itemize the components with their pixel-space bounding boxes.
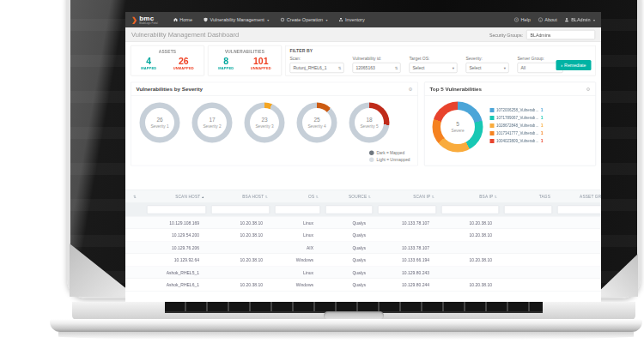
severity-3-value: 23 (261, 117, 267, 123)
table-row[interactable]: Ashok_RHEL6_1 10.20.38.10 Windows Qualys… (125, 279, 601, 292)
nav-about-label: About (544, 17, 556, 22)
scan-label: Scan: (290, 57, 344, 62)
inventory-icon (339, 18, 343, 22)
legend-label: 1071789067_Vulnerab... (496, 116, 538, 120)
nav-user-menu[interactable]: BLAdmin (565, 17, 595, 22)
legend-count: 1 (541, 108, 544, 113)
nav-home-label: Home (179, 17, 192, 22)
legend-label: 1072006258_Vulnerab... (496, 108, 538, 112)
legend-swatch (490, 131, 495, 135)
col-tags[interactable]: TAGS (501, 194, 555, 199)
severity-5-donut: 18 Severity 5 (349, 103, 390, 143)
table-header-row: ⇅ SCAN HOST BSA HOST OS SOURCE SCAN IP B… (125, 190, 601, 203)
vuln-unmapped-label: UNMAPPED (251, 66, 271, 70)
source-filter-input[interactable] (325, 205, 373, 214)
bsa-ip-filter-input[interactable] (441, 205, 499, 214)
nav-help[interactable]: ? Help (514, 17, 531, 22)
col-bsa-host[interactable]: BSA HOST (209, 194, 272, 199)
bmc-logo-icon: ❯ (131, 16, 137, 23)
top5-legend-item[interactable]: 1004023809_Vulnerab... 1 (490, 139, 544, 144)
top5-legend-item[interactable]: 1017341777_Vulnerab... 1 (490, 131, 544, 136)
nav-home[interactable]: Home (173, 17, 192, 22)
severity-4-donut: 25 Severity 4 (297, 103, 337, 143)
laptop-screen: ❯ bmc BladeLogic Portal Home Vulnerabili… (125, 12, 601, 302)
info-icon: i (538, 18, 543, 22)
severity-label: Severity: (466, 57, 509, 62)
assets-title: ASSETS (133, 49, 203, 54)
legend-count: 1 (541, 131, 544, 136)
nav-about[interactable]: i About (538, 17, 557, 22)
unmapped-legend-dot (369, 158, 374, 163)
top5-center-value: 5 (456, 121, 459, 128)
legend-swatch (490, 123, 495, 128)
page-title: Vulnerability Management Dashboard (131, 31, 239, 39)
table-row[interactable]: Ashok_RHEL5_1 Linux Qualys 10.129.80.243 (125, 267, 601, 280)
bmc-logo-subtext: BladeLogic Portal (139, 22, 158, 25)
table-row[interactable]: 10.129.76.206 AIX Qualys 10.133.78.107 (125, 242, 601, 255)
table-filter-row (125, 203, 601, 217)
nav-create-operation[interactable]: Create Operation (280, 17, 327, 22)
top5-legend-item[interactable]: 1071789067_Vulnerab... 1 (490, 116, 544, 121)
vulnerability-id-label: Vulnerability id: (353, 57, 401, 62)
row-sort-icons[interactable]: ⇅ (125, 195, 144, 199)
legend-label: 1028672848_Vulnerab... (496, 123, 538, 128)
top5-legend-item[interactable]: 1028672848_Vulnerab... 1 (490, 123, 544, 129)
legend-label: 1017341777_Vulnerab... (496, 131, 538, 135)
assets-stat-box: ASSETS 4 MAPPED 26 UNMAPPED (131, 45, 204, 76)
top5-legend: 1072006258_Vulnerab... 1 1071789067_Vuln… (490, 108, 544, 153)
severity-3-label: Severity 3 (255, 124, 273, 129)
home-icon (173, 18, 178, 22)
severity-4-label: Severity 4 (307, 124, 325, 129)
table-row[interactable]: 10.129.92.64 10.20.38.10 Windows Qualys … (125, 254, 601, 267)
security-groups-label: Security Groups: (489, 32, 523, 37)
nav-vulnerability-management[interactable]: Vulnerability Management (204, 17, 269, 22)
bsa-host-filter-input[interactable] (211, 205, 270, 214)
col-bsa-ip[interactable]: BSA IP (439, 194, 501, 199)
remediate-button[interactable]: Remediate (556, 60, 591, 70)
col-scan-ip[interactable]: SCAN IP (375, 194, 439, 199)
col-os[interactable]: OS (272, 194, 323, 199)
vuln-mapped-value: 8 (218, 57, 234, 67)
severity-2-donut: 17 Severity 2 (192, 103, 233, 143)
col-scan-host[interactable]: SCAN HOST (144, 194, 209, 199)
scan-select[interactable]: Rutunj_RHEL6_1 (290, 63, 344, 73)
vulnerability-id-select[interactable]: 12065163 (353, 63, 401, 73)
os-filter-input[interactable] (275, 205, 320, 214)
legend-swatch (490, 108, 495, 112)
legend-count: 1 (541, 123, 544, 129)
table-row[interactable]: 10.129.54.200 10.20.38.10 Linux Qualys 1… (125, 229, 601, 242)
severity-3-donut: 23 Severity 3 (245, 103, 285, 143)
help-icon: ? (514, 18, 519, 22)
table-row[interactable]: 10.129.108.169 10.20.38.10 Linux Qualys … (125, 217, 601, 230)
vuln-unmapped-value: 101 (251, 57, 271, 67)
laptop-base (50, 319, 642, 332)
security-groups-select[interactable]: BLAdmins (526, 30, 595, 39)
severity-5-value: 18 (366, 117, 372, 123)
scan-host-filter-input[interactable] (147, 205, 206, 214)
tags-filter-input[interactable] (504, 205, 552, 214)
nav-vm-label: Vulnerability Management (210, 17, 264, 22)
mapped-legend-label: Dark = Mapped (377, 151, 405, 156)
severity-panel-gear-icon[interactable]: ⚙ (409, 86, 413, 92)
col-asset-group[interactable]: ASSET GROUP (555, 194, 601, 199)
filter-panel: FILTER BY Scan: Rutunj_RHEL6_1 Vulnerabi… (285, 45, 596, 76)
top5-legend-item[interactable]: 1072006258_Vulnerab... 1 (490, 108, 544, 113)
laptop-lid: ❯ bmc BladeLogic Portal Home Vulnerabili… (67, 0, 641, 298)
legend-count: 1 (541, 116, 544, 121)
user-icon (565, 18, 569, 22)
assets-mapped-label: MAPPED (141, 66, 156, 70)
top5-panel-gear-icon[interactable]: ⚙ (586, 86, 591, 92)
assets-mapped-value: 4 (141, 57, 156, 67)
nav-inventory[interactable]: Inventory (339, 17, 365, 22)
stats-filter-row: ASSETS 4 MAPPED 26 UNMAPPED (125, 42, 601, 79)
severity-select[interactable]: Select (466, 63, 509, 73)
asset-group-filter-input[interactable] (557, 205, 601, 214)
top5-center-label: Severe (451, 129, 464, 134)
col-source[interactable]: SOURCE (323, 194, 375, 199)
target-os-select[interactable]: Select (410, 63, 458, 73)
scan-ip-filter-input[interactable] (378, 205, 436, 214)
shield-icon (204, 18, 208, 22)
severity-2-value: 17 (209, 117, 215, 123)
severity-panel-title: Vulnerabilities by Severity (137, 86, 204, 92)
laptop-base-shadow (58, 332, 634, 340)
